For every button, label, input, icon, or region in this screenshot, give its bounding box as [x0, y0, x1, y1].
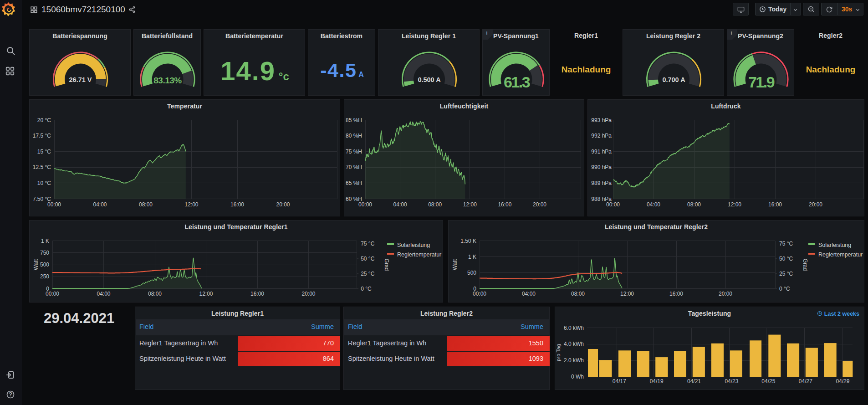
svg-text:16:00: 16:00 [250, 291, 264, 297]
svg-text:Grad: Grad [802, 259, 808, 271]
svg-text:04:00: 04:00 [93, 201, 107, 208]
svg-text:Grad: Grad [383, 259, 390, 271]
svg-text:15 °C: 15 °C [37, 149, 51, 155]
svg-text:00:00: 00:00 [606, 201, 620, 208]
svg-text:1 K: 1 K [468, 254, 476, 260]
svg-text:60 %H: 60 %H [346, 196, 362, 202]
svg-text:0: 0 [473, 286, 476, 292]
svg-text:Solarleistung: Solarleistung [397, 242, 430, 248]
svg-text:Reglertemperatur: Reglertemperatur [397, 251, 441, 258]
svg-text:500: 500 [467, 270, 476, 276]
svg-text:12:00: 12:00 [199, 291, 213, 297]
svg-text:04/19: 04/19 [650, 378, 664, 384]
svg-text:04/29: 04/29 [836, 378, 849, 384]
svg-text:04/23: 04/23 [725, 378, 738, 384]
svg-text:20:00: 20:00 [533, 201, 546, 208]
svg-text:750: 750 [40, 250, 49, 256]
svg-text:2.0 kWh: 2.0 kWh [564, 357, 584, 364]
svg-text:0: 0 [46, 286, 49, 292]
svg-text:75 %H: 75 %H [346, 149, 362, 155]
svg-text:500: 500 [40, 261, 49, 268]
svg-text:991 hPa: 991 hPa [591, 149, 612, 155]
svg-text:70 %H: 70 %H [346, 164, 362, 170]
svg-text:16:00: 16:00 [230, 201, 244, 208]
svg-text:50 °C: 50 °C [361, 256, 374, 262]
svg-text:65 %H: 65 %H [346, 180, 362, 186]
svg-text:16:00: 16:00 [498, 201, 511, 208]
svg-text:1.50 K: 1.50 K [460, 238, 476, 244]
svg-text:20:00: 20:00 [719, 291, 732, 297]
svg-text:08:00: 08:00 [428, 201, 442, 208]
svg-text:25 °C: 25 °C [779, 271, 793, 277]
svg-text:04/27: 04/27 [799, 378, 812, 384]
svg-text:00:00: 00:00 [358, 201, 372, 208]
svg-text:08:00: 08:00 [148, 291, 162, 297]
svg-text:04/21: 04/21 [687, 378, 701, 384]
svg-text:17.5 °C: 17.5 °C [33, 133, 51, 139]
svg-text:75 °C: 75 °C [361, 241, 374, 247]
svg-text:0 °C: 0 °C [361, 286, 372, 292]
svg-text:20:00: 20:00 [809, 201, 822, 208]
svg-text:04:00: 04:00 [522, 291, 536, 297]
svg-text:08:00: 08:00 [687, 201, 701, 208]
svg-text:50 °C: 50 °C [779, 256, 793, 262]
svg-text:989 hPa: 989 hPa [591, 180, 612, 186]
svg-text:04:00: 04:00 [647, 201, 660, 208]
svg-text:4.0 kWh: 4.0 kWh [564, 341, 584, 347]
svg-text:0 °C: 0 °C [779, 286, 790, 292]
svg-text:04/25: 04/25 [761, 378, 775, 384]
svg-text:80 %H: 80 %H [346, 133, 362, 139]
svg-text:12:00: 12:00 [184, 201, 198, 208]
svg-text:1 K: 1 K [41, 238, 49, 244]
svg-text:08:00: 08:00 [571, 291, 585, 297]
svg-text:6.0 kWh: 6.0 kWh [564, 325, 584, 331]
svg-text:10 °C: 10 °C [37, 180, 51, 186]
svg-text:Solarleistung: Solarleistung [818, 242, 851, 248]
svg-text:7.50 °C: 7.50 °C [33, 196, 51, 202]
svg-text:00:00: 00:00 [47, 201, 61, 208]
svg-text:08:00: 08:00 [139, 201, 153, 208]
svg-text:16:00: 16:00 [669, 291, 683, 297]
svg-text:04:00: 04:00 [393, 201, 407, 208]
svg-text:Reglertemperatur: Reglertemperatur [818, 251, 863, 258]
svg-text:12.5 °C: 12.5 °C [33, 164, 51, 170]
svg-text:25 °C: 25 °C [361, 271, 374, 277]
svg-text:20 °C: 20 °C [37, 117, 51, 123]
svg-text:75 °C: 75 °C [779, 241, 793, 247]
svg-text:12:00: 12:00 [620, 291, 634, 297]
svg-text:04/17: 04/17 [613, 378, 626, 384]
svg-text:Watt: Watt [452, 259, 458, 270]
svg-text:04:00: 04:00 [97, 291, 110, 297]
svg-text:0 Wh: 0 Wh [571, 374, 584, 380]
svg-text:993 hPa: 993 hPa [591, 117, 612, 123]
svg-text:250: 250 [40, 273, 49, 280]
svg-text:988 hPa: 988 hPa [591, 196, 612, 202]
svg-text:990 hPa: 990 hPa [591, 164, 612, 170]
svg-text:20:00: 20:00 [276, 201, 290, 208]
svg-text:12:00: 12:00 [728, 201, 741, 208]
svg-text:20:00: 20:00 [301, 291, 315, 297]
svg-text:12:00: 12:00 [463, 201, 477, 208]
svg-text:992 hPa: 992 hPa [591, 133, 612, 139]
svg-text:Watt: Watt [33, 259, 39, 270]
svg-text:85 %H: 85 %H [346, 117, 362, 123]
svg-text:16:00: 16:00 [768, 201, 782, 208]
svg-text:pro Tag: pro Tag [556, 344, 561, 361]
